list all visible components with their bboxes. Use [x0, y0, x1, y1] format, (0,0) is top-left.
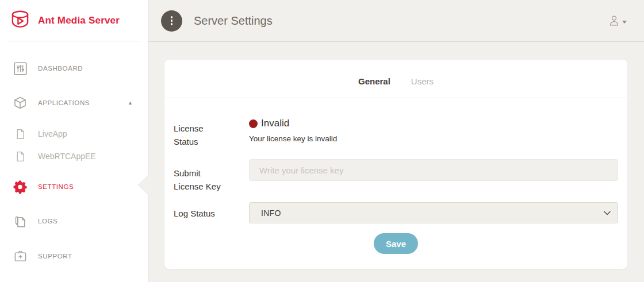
- sidebar-item-support[interactable]: SUPPORT: [0, 244, 148, 269]
- sidebar-item-dashboard[interactable]: DASHBOARD: [0, 56, 148, 81]
- ant-media-logo-icon: [8, 10, 32, 32]
- kebab-menu-icon[interactable]: [161, 10, 182, 32]
- license-key-input[interactable]: [249, 159, 618, 181]
- sidebar-item-logs[interactable]: LOGS: [0, 208, 148, 234]
- caret-down-icon: [622, 21, 627, 24]
- sidebar-item-applications[interactable]: APPLICATIONS ▲: [0, 90, 148, 115]
- status-dot: [249, 119, 258, 128]
- save-button[interactable]: Save: [374, 233, 418, 254]
- license-key-label: Submit License Key: [174, 159, 227, 193]
- user-icon: [608, 14, 620, 27]
- log-status-select[interactable]: INFO: [249, 202, 618, 223]
- sidebar: Ant Media Server DASHBOARD: [0, 0, 148, 282]
- sidebar-item-liveapp[interactable]: LiveApp: [0, 125, 148, 142]
- sidebar-nav: DASHBOARD APPLICATIONS ▲: [0, 56, 148, 269]
- tab-users[interactable]: Users: [411, 76, 434, 87]
- brand-name: Ant Media Server: [38, 15, 120, 26]
- active-item-pointer: [137, 175, 148, 195]
- main-area: Server Settings General Users Licen: [148, 0, 644, 282]
- sidebar-item-label: WebRTCAppEE: [38, 152, 96, 161]
- page-header: Server Settings: [148, 0, 644, 42]
- tab-general[interactable]: General: [358, 76, 390, 87]
- log-status-row: Log Status INFO: [174, 202, 618, 223]
- license-status-value-group: Invalid Your license key is invalid: [249, 118, 618, 148]
- settings-card: General Users License Status Invalid You…: [164, 60, 627, 269]
- sidebar-item-label: LOGS: [38, 218, 57, 225]
- license-status-label: License Status: [174, 118, 227, 148]
- brand-logo[interactable]: Ant Media Server: [0, 0, 148, 41]
- logs-icon: [13, 215, 27, 228]
- caret-up-icon[interactable]: ▲: [128, 101, 133, 106]
- sidebar-item-label: DASHBOARD: [38, 65, 83, 72]
- app-window: Ant Media Server DASHBOARD: [0, 0, 644, 282]
- sidebar-item-label: SUPPORT: [38, 253, 72, 260]
- applications-icon: [13, 96, 27, 110]
- sidebar-item-webrtcappee[interactable]: WebRTCAppEE: [0, 148, 148, 165]
- sidebar-item-label: APPLICATIONS: [38, 99, 90, 106]
- license-status-message: Your license key is invalid: [249, 134, 618, 143]
- license-key-row: Submit License Key: [174, 159, 618, 193]
- sidebar-item-settings[interactable]: SETTINGS: [0, 174, 148, 199]
- page-title: Server Settings: [194, 14, 273, 28]
- sidebar-divider: [7, 41, 141, 41]
- sidebar-item-label: SETTINGS: [38, 183, 74, 190]
- license-status-value: Invalid: [261, 118, 289, 129]
- server-settings-form: License Status Invalid Your license key …: [164, 98, 627, 254]
- user-menu[interactable]: [608, 14, 627, 27]
- file-icon: [13, 129, 27, 140]
- log-status-label: Log Status: [174, 202, 227, 223]
- file-icon: [13, 151, 27, 162]
- support-icon: [13, 250, 27, 262]
- sidebar-item-label: LiveApp: [38, 129, 67, 138]
- license-status-row: License Status Invalid Your license key …: [174, 118, 618, 148]
- dashboard-icon: [13, 62, 27, 75]
- gear-icon: [13, 180, 27, 194]
- tab-bar: General Users: [164, 60, 627, 87]
